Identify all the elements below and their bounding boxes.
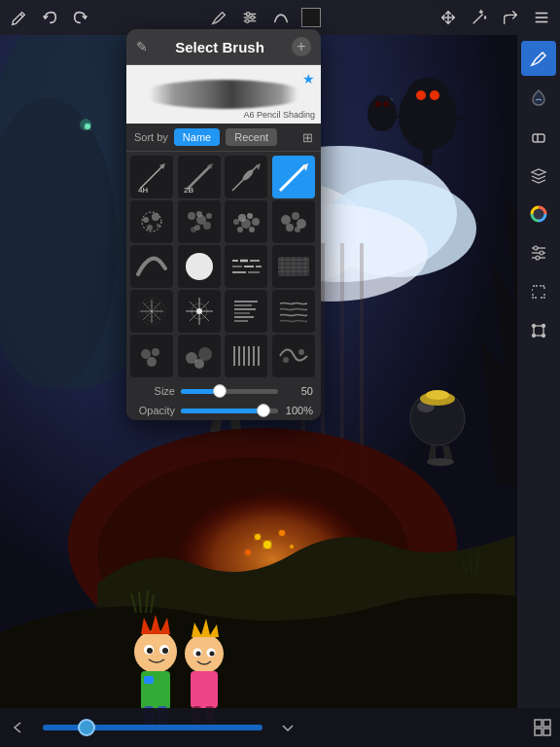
undo-icon[interactable] [39,7,60,28]
svg-point-63 [251,16,255,19]
tool-selection-button[interactable] [521,274,556,309]
bottom-corner-icon[interactable] [525,710,560,745]
tool-colors-button[interactable] [521,196,556,231]
brush-cell-scatter3[interactable] [225,200,267,243]
svg-point-38 [134,630,177,673]
svg-point-170 [533,335,536,338]
svg-point-86 [196,211,202,217]
brush-edit-icon[interactable]: ✎ [136,39,148,54]
brush-cell-pen[interactable] [225,156,267,198]
svg-point-41 [147,648,153,654]
svg-point-42 [162,648,168,654]
brush-cell-hatching[interactable] [225,335,267,377]
svg-point-4 [80,119,91,130]
svg-point-8 [416,90,426,100]
svg-point-149 [194,359,204,369]
sort-bar: Sort by Name Recent ⊞ [126,124,321,152]
bottom-dropdown-btn[interactable] [270,710,305,745]
bottom-toolbar [0,708,560,747]
brush-grid: 4H 2B [126,152,321,381]
tool-brush-button[interactable] [521,41,556,76]
size-label: Size [134,385,175,397]
opacity-slider-row: Opacity 100% [126,401,321,420]
brush-cell-texture3[interactable] [272,335,315,377]
brush-cell-scatter6[interactable] [178,335,221,377]
tool-eraser-button[interactable] [521,119,556,154]
brush-cell-star1[interactable] [178,290,221,333]
opacity-value: 100% [284,405,313,416]
tool-smudge-button[interactable] [521,80,556,115]
brush-cell-4h[interactable]: 4H [130,156,173,198]
magic-icon[interactable] [469,7,490,28]
svg-text:4H: 4H [138,186,148,195]
menu-icon[interactable] [531,7,552,28]
brush-cell-stroke1[interactable] [130,245,173,288]
redo-icon[interactable] [70,7,91,28]
brush-cell-marker[interactable] [272,156,315,198]
svg-line-127 [143,311,152,320]
curve-icon[interactable] [270,7,292,28]
brush-cell-circle-white[interactable] [178,245,221,288]
tool-layers-button[interactable] [521,158,556,193]
svg-point-93 [252,218,260,226]
svg-point-28 [426,390,449,400]
share-icon[interactable] [500,7,521,28]
opacity-slider-thumb[interactable] [257,404,270,417]
brush-preview-stroke [141,80,306,109]
svg-point-78 [143,217,149,223]
move-icon[interactable] [438,7,459,28]
brush-cell-scatter2[interactable] [178,200,221,243]
brush-star-icon[interactable]: ★ [302,71,315,87]
svg-point-171 [542,335,545,338]
brush-panel-title: Select Brush [148,39,292,55]
svg-point-146 [147,357,157,367]
svg-line-125 [143,302,152,311]
brush-icon[interactable] [208,7,229,28]
color-swatch[interactable] [301,8,321,27]
brush-cell-texture1[interactable] [272,245,315,288]
svg-point-29 [427,458,454,466]
sort-grid-icon[interactable]: ⊞ [302,130,313,145]
bottom-left-arrow[interactable] [0,710,35,745]
toolbar-right [438,7,552,28]
tool-adjustments-button[interactable] [521,235,556,270]
svg-point-37 [245,550,251,555]
brush-cell-lines1[interactable] [225,290,267,333]
bottom-slider-track[interactable] [43,725,262,730]
size-slider-thumb[interactable] [213,384,227,398]
brush-cell-dash1[interactable] [225,245,267,288]
brush-panel: ✎ Select Brush + A6 Pencil Shading ★ Sor… [126,29,321,420]
svg-point-56 [371,95,393,115]
size-slider-track[interactable] [181,389,278,394]
brush-cell-scatter1[interactable] [130,200,173,243]
svg-line-126 [152,302,160,311]
svg-point-62 [246,13,250,17]
bottom-slider-thumb[interactable] [78,719,95,736]
brush-cell-scatter5[interactable] [130,335,173,377]
svg-rect-174 [535,729,542,735]
brush-add-icon[interactable]: + [292,37,311,56]
brush-preview-label: A6 Pencil Shading [243,110,315,120]
toolbar-center [208,7,321,28]
tool-transform-button[interactable] [521,313,556,348]
brush-panel-header: ✎ Select Brush + [126,29,321,65]
brush-preview-area: A6 Pencil Shading ★ [126,65,321,124]
brush-cell-scatter4[interactable] [272,200,315,243]
svg-line-76 [280,165,305,191]
opacity-slider-track[interactable] [181,409,278,413]
opacity-label: Opacity [134,405,175,416]
sort-name-button[interactable]: Name [174,128,220,146]
svg-point-57 [375,101,381,107]
svg-rect-10 [423,136,433,165]
adjust-icon[interactable] [239,7,261,28]
svg-line-128 [152,311,160,320]
svg-point-100 [295,227,300,232]
brush-cell-texture2[interactable] [272,290,315,333]
sort-recent-button[interactable]: Recent [226,128,277,146]
brush-cell-2b[interactable]: 2B [178,156,221,198]
svg-point-166 [536,256,540,260]
right-tool-panel [517,35,560,708]
edit-icon[interactable] [8,7,29,28]
svg-point-85 [203,222,211,230]
brush-cell-radial[interactable] [130,290,173,333]
